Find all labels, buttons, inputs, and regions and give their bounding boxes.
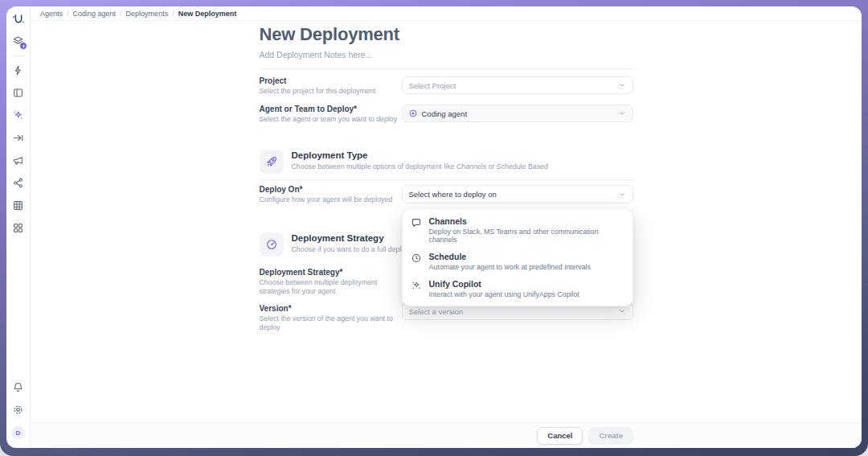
create-button[interactable]: Create	[588, 427, 633, 445]
sparkles-icon[interactable]	[12, 109, 24, 121]
deployment-type-description: Choose between multiple options of deplo…	[292, 162, 548, 170]
deploy-on-description: Configure how your agent will be deploye…	[260, 195, 401, 204]
dropdown-option-description: Automate your agent to work at predefine…	[429, 263, 591, 271]
sidebar: D	[6, 6, 31, 448]
chevron-down-icon	[618, 191, 626, 199]
agent-field-row: Agent or Team to Deploy* Select the agen…	[260, 105, 633, 124]
dropdown-option-title: Unify Copilot	[429, 279, 579, 289]
agent-select[interactable]: Coding agent	[402, 105, 633, 122]
chevron-down-icon	[618, 109, 626, 117]
version-description: Select the version of the agent you want…	[260, 314, 401, 332]
deploy-on-field-row: Deploy On* Configure how your agent will…	[260, 185, 633, 204]
cancel-button[interactable]: Cancel	[537, 427, 583, 445]
dropdown-option-title: Channels	[429, 216, 624, 226]
breadcrumb-separator: /	[120, 10, 122, 18]
breadcrumb: Agents / Coding agent / Deployments / Ne…	[31, 6, 862, 21]
dropdown-option-description: Deploy on Slack, MS Teams and other comm…	[429, 228, 624, 244]
share-icon[interactable]	[12, 177, 24, 189]
form-footer: Cancel Create	[31, 422, 862, 448]
unifyapps-logo-icon[interactable]	[11, 12, 26, 27]
deploy-on-dropdown-menu: Channels Deploy on Slack, MS Teams and o…	[402, 208, 633, 306]
breadcrumb-current: New Deployment	[178, 10, 237, 18]
layers-icon[interactable]	[12, 35, 24, 47]
lightning-icon[interactable]	[12, 64, 24, 76]
bell-icon[interactable]	[12, 381, 24, 393]
chevron-down-icon	[618, 307, 626, 315]
agent-avatar-icon	[409, 109, 417, 117]
project-description: Select the project for this deployment	[260, 87, 401, 96]
chat-bubble-icon	[411, 217, 422, 244]
rocket-icon	[260, 150, 284, 174]
gauge-icon	[260, 232, 284, 257]
app-card: D Agents / Coding agent / Deployments / …	[6, 6, 862, 448]
gear-icon[interactable]	[12, 404, 24, 416]
content-area: Agents / Coding agent / Deployments / Ne…	[31, 6, 862, 448]
project-select[interactable]: Select Project	[402, 76, 633, 94]
agent-description: Select the agent or team you want to dep…	[260, 115, 401, 124]
arrow-right-icon[interactable]	[12, 132, 24, 144]
breadcrumb-separator: /	[67, 10, 69, 18]
version-field-row: Version* Select the version of the agent…	[260, 302, 633, 332]
sidebar-divider	[12, 55, 25, 56]
deploy-on-select[interactable]: Select where to deploy on	[402, 185, 633, 203]
app-window-frame: D Agents / Coding agent / Deployments / …	[0, 0, 868, 456]
dropdown-option-title: Schedule	[429, 252, 591, 261]
breadcrumb-agents[interactable]: Agents	[40, 10, 63, 18]
form-scroll-area: New Deployment Add Deployment Notes here…	[31, 21, 862, 422]
page-title: New Deployment	[260, 24, 399, 45]
dropdown-option-unify-copilot[interactable]: Unify Copilot Interact with your agent u…	[406, 275, 629, 302]
megaphone-icon[interactable]	[12, 154, 24, 166]
dropdown-option-description: Interact with your agent using UnifyApps…	[429, 290, 579, 298]
breadcrumb-deployments[interactable]: Deployments	[126, 10, 169, 18]
grid-icon[interactable]	[12, 199, 24, 212]
divider	[260, 68, 633, 69]
divider	[260, 179, 633, 180]
active-deployment-badge-icon	[19, 42, 27, 50]
sidebar-bottom-nav	[12, 381, 24, 416]
project-field-row: Project Select the project for this depl…	[260, 76, 633, 96]
strategy-description: Choose between multiple deployment strat…	[260, 278, 401, 296]
project-select-placeholder: Select Project	[409, 81, 457, 90]
dropdown-option-schedule[interactable]: Schedule Automate your agent to work at …	[406, 248, 629, 275]
deploy-on-select-value: Select where to deploy on	[409, 190, 497, 199]
dropdown-option-channels[interactable]: Channels Deploy on Slack, MS Teams and o…	[406, 212, 629, 248]
deployment-type-section: Deployment Type Choose between multiple …	[260, 150, 548, 174]
breadcrumb-coding-agent[interactable]: Coding agent	[73, 10, 117, 18]
deployment-notes-field[interactable]: Add Deployment Notes here...	[260, 50, 373, 60]
user-avatar[interactable]: D	[11, 426, 25, 440]
sparkles-icon	[411, 280, 422, 298]
sidebar-nav	[12, 35, 25, 234]
agent-select-value: Coding agent	[422, 109, 468, 118]
chevron-down-icon	[618, 81, 626, 89]
panel-icon[interactable]	[12, 87, 24, 99]
clock-icon	[411, 253, 422, 271]
breadcrumb-separator: /	[172, 10, 174, 18]
apps-icon[interactable]	[12, 222, 24, 234]
version-select-placeholder: Select a version	[409, 307, 464, 316]
deployment-type-title: Deployment Type	[292, 150, 548, 160]
